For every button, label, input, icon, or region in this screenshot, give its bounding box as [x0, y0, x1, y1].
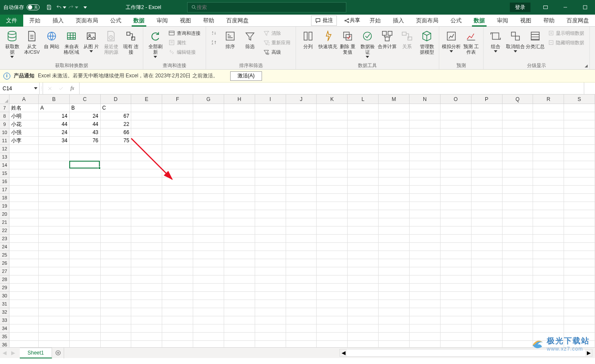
cell-B26[interactable] — [39, 259, 70, 267]
cell-S14[interactable] — [564, 161, 595, 169]
cell-E16[interactable] — [131, 177, 162, 186]
cell-M18[interactable] — [379, 194, 410, 202]
col-header-R[interactable]: R — [533, 95, 564, 104]
cell-O8[interactable] — [441, 112, 472, 120]
cell-C15[interactable] — [70, 169, 101, 177]
cell-I16[interactable] — [255, 177, 286, 186]
cell-B13[interactable] — [39, 153, 70, 161]
cell-S27[interactable] — [564, 267, 595, 275]
advanced-filter-button[interactable]: 高级 — [260, 47, 293, 57]
row-header-10[interactable]: 10 — [0, 128, 9, 137]
cell-I17[interactable] — [255, 186, 286, 194]
remove-duplicates-button[interactable]: 删除 重复值 — [338, 28, 357, 56]
cell-G29[interactable] — [193, 284, 224, 292]
cell-Q13[interactable] — [503, 153, 533, 161]
cell-A26[interactable] — [9, 259, 39, 267]
cell-B10[interactable]: 24 — [39, 128, 70, 137]
cell-I15[interactable] — [255, 169, 286, 177]
cell-J26[interactable] — [286, 259, 317, 267]
cell-A8[interactable]: 小明 — [9, 112, 39, 120]
cell-N9[interactable] — [410, 120, 441, 128]
cell-I24[interactable] — [255, 243, 286, 251]
cell-O19[interactable] — [441, 202, 472, 210]
from-table-range-button[interactable]: 来自表 格/区域 — [62, 28, 81, 56]
cell-C36[interactable] — [70, 341, 101, 347]
cell-F29[interactable] — [162, 284, 193, 292]
cell-E36[interactable] — [131, 341, 162, 347]
cell-B15[interactable] — [39, 169, 70, 177]
cell-O26[interactable] — [441, 259, 472, 267]
refresh-all-button[interactable]: 全部刷 新 — [146, 28, 165, 59]
cell-R33[interactable] — [533, 316, 564, 324]
cell-C24[interactable] — [70, 243, 101, 251]
cell-F31[interactable] — [162, 300, 193, 308]
cell-G17[interactable] — [193, 186, 224, 194]
cell-O12[interactable] — [441, 145, 472, 153]
cell-D8[interactable]: 67 — [101, 112, 132, 120]
cell-B22[interactable] — [39, 226, 70, 235]
cell-N13[interactable] — [410, 153, 441, 161]
cell-H11[interactable] — [224, 137, 255, 145]
cell-S22[interactable] — [564, 226, 595, 235]
cell-A24[interactable] — [9, 243, 39, 251]
cell-K20[interactable] — [317, 210, 348, 218]
cell-G26[interactable] — [193, 259, 224, 267]
cell-C22[interactable] — [70, 226, 101, 235]
cell-F36[interactable] — [162, 341, 193, 347]
cell-D14[interactable] — [101, 161, 132, 169]
cell-H29[interactable] — [224, 284, 255, 292]
cell-F15[interactable] — [162, 169, 193, 177]
cell-C26[interactable] — [70, 259, 101, 267]
cell-N30[interactable] — [410, 292, 441, 300]
properties-button[interactable]: 属性 — [166, 38, 203, 47]
row-header-25[interactable]: 25 — [0, 251, 9, 259]
cell-G33[interactable] — [193, 316, 224, 324]
cell-D17[interactable] — [101, 186, 132, 194]
cell-J7[interactable] — [286, 104, 317, 112]
cell-G36[interactable] — [193, 341, 224, 347]
cell-J22[interactable] — [286, 226, 317, 235]
minimize-button[interactable] — [555, 0, 575, 15]
cell-O23[interactable] — [441, 235, 472, 243]
cell-I19[interactable] — [255, 202, 286, 210]
tab-插入[interactable]: 插入 — [387, 15, 410, 27]
cell-I23[interactable] — [255, 235, 286, 243]
cell-M13[interactable] — [379, 153, 410, 161]
cell-E9[interactable] — [131, 120, 162, 128]
cell-H35[interactable] — [224, 333, 255, 341]
cell-C7[interactable]: B — [70, 104, 101, 112]
cell-N10[interactable] — [410, 128, 441, 137]
cell-Q19[interactable] — [503, 202, 533, 210]
tab-开始[interactable]: 开始 — [364, 15, 387, 27]
cell-M11[interactable] — [379, 137, 410, 145]
col-header-K[interactable]: K — [317, 95, 348, 104]
cell-P17[interactable] — [472, 186, 503, 194]
cell-O34[interactable] — [441, 324, 472, 333]
cell-O11[interactable] — [441, 137, 472, 145]
filter-button[interactable]: 筛选 — [240, 28, 259, 50]
col-header-Q[interactable]: Q — [503, 95, 533, 104]
cell-O13[interactable] — [441, 153, 472, 161]
cell-H28[interactable] — [224, 275, 255, 284]
cell-S8[interactable] — [564, 112, 595, 120]
cell-J36[interactable] — [286, 341, 317, 347]
row-header-20[interactable]: 20 — [0, 210, 9, 218]
cell-O28[interactable] — [441, 275, 472, 284]
cell-P22[interactable] — [472, 226, 503, 235]
cell-L12[interactable] — [348, 145, 379, 153]
cell-E25[interactable] — [131, 251, 162, 259]
cell-F28[interactable] — [162, 275, 193, 284]
cell-R34[interactable] — [533, 324, 564, 333]
cell-Q18[interactable] — [503, 194, 533, 202]
cell-K10[interactable] — [317, 128, 348, 137]
cell-N23[interactable] — [410, 235, 441, 243]
cell-R16[interactable] — [533, 177, 564, 186]
cell-I31[interactable] — [255, 300, 286, 308]
get-data-button[interactable]: 获取数 据 — [3, 28, 22, 59]
cell-M12[interactable] — [379, 145, 410, 153]
cell-R8[interactable] — [533, 112, 564, 120]
from-picture-button[interactable]: 从图 片 — [82, 28, 101, 53]
cell-R19[interactable] — [533, 202, 564, 210]
col-header-D[interactable]: D — [101, 95, 132, 104]
cell-B11[interactable]: 34 — [39, 137, 70, 145]
